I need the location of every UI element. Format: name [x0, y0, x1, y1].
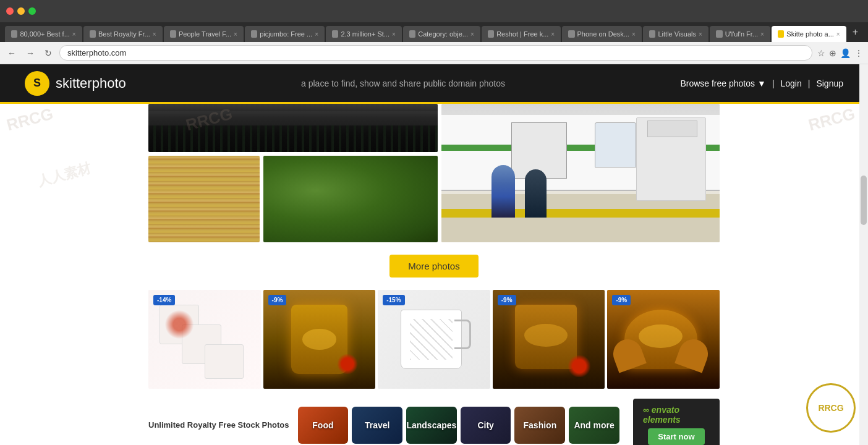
tab-close-10[interactable]: ×	[760, 31, 764, 38]
ad-item-4[interactable]: -9%	[493, 290, 605, 389]
tab-favicon-9	[649, 30, 656, 38]
category-travel[interactable]: Travel	[352, 407, 402, 444]
tab-close-5[interactable]: ×	[392, 31, 396, 38]
category-landscapes[interactable]: Landscapes	[406, 407, 457, 444]
fullscreen-button[interactable]	[28, 7, 36, 15]
photo-grass[interactable]	[263, 156, 438, 242]
tab-close-2[interactable]: ×	[153, 31, 156, 38]
discount-badge-4: -9%	[498, 295, 516, 305]
tab-8[interactable]: Phone on Desk... ×	[562, 26, 642, 42]
site-header: S skitterphoto a place to find, show and…	[0, 64, 868, 104]
ad-berry	[336, 354, 359, 374]
ad-item-2[interactable]: -9%	[263, 290, 376, 389]
tab-10[interactable]: U'l'ul'n Fr... ×	[710, 26, 770, 42]
nav-separator: |	[772, 78, 775, 88]
tab-1[interactable]: 80,000+ Best f... ×	[5, 26, 82, 42]
category-travel-label: Travel	[365, 420, 389, 430]
start-now-button[interactable]: Start now	[648, 428, 704, 445]
category-food[interactable]: Food	[298, 407, 349, 444]
category-city-label: City	[477, 420, 493, 430]
logo-circle: S	[25, 71, 49, 96]
photo-train-station[interactable]	[441, 104, 720, 242]
close-button[interactable]	[6, 7, 14, 15]
tab-label-11: Skitte photo a...	[786, 30, 833, 38]
signup-link[interactable]: Signup	[816, 78, 843, 88]
photo-dark-forest[interactable]	[148, 104, 438, 152]
tab-favicon-7	[488, 30, 494, 38]
ad-lotus-body	[624, 310, 697, 369]
tab-3[interactable]: People Travel F... ×	[164, 26, 244, 42]
browse-arrow-icon: ▼	[757, 78, 766, 88]
tab-11[interactable]: Skitte photo a... ×	[772, 26, 846, 42]
address-bar-icons: ☆ ⊕ 👤 ⋮	[817, 48, 863, 58]
ad-item-1[interactable]: -14%	[148, 290, 261, 389]
scrollbar[interactable]	[859, 64, 868, 445]
tab-close-8[interactable]: ×	[632, 31, 636, 38]
tab-label-10: U'l'ul'n Fr...	[725, 30, 758, 38]
tab-label-2: Best Royalty Fr...	[98, 30, 150, 38]
login-link[interactable]: Login	[781, 78, 802, 88]
tab-4[interactable]: picjumbo: Free ... ×	[245, 26, 325, 42]
tab-bar: 80,000+ Best f... × Best Royalty Fr... ×…	[0, 22, 868, 42]
account-icon[interactable]: 👤	[840, 48, 851, 58]
traffic-lights	[6, 7, 36, 15]
category-fashion[interactable]: Fashion	[514, 407, 565, 444]
category-more-label: And more	[574, 420, 614, 430]
ad-item-5[interactable]: -9%	[607, 290, 720, 389]
tab-close-9[interactable]: ×	[699, 31, 702, 38]
new-tab-button[interactable]: +	[848, 27, 863, 38]
main-content: RRCG RRCG RRCG 人人素材	[0, 104, 868, 445]
tab-label-1: 80,000+ Best f...	[20, 30, 69, 38]
category-landscapes-label: Landscapes	[406, 420, 456, 430]
tab-close-7[interactable]: ×	[551, 31, 555, 38]
envato-logo: ∞ envato elements	[643, 405, 710, 425]
scrollbar-thumb[interactable]	[861, 176, 867, 225]
refresh-button[interactable]: ↻	[42, 46, 54, 61]
url-input[interactable]: skitterphoto.com	[59, 45, 812, 61]
ad-item-3[interactable]: -15%	[378, 290, 490, 389]
unlimited-label: Unlimited Royalty Free Stock Photos	[148, 420, 289, 430]
envato-ad: ∞ envato elements Start now	[633, 399, 720, 445]
discount-badge-2: -9%	[268, 295, 287, 305]
tab-label-3: People Travel F...	[179, 30, 231, 38]
star-icon[interactable]: ☆	[817, 48, 825, 58]
tab-label-5: 2.3 million+ St...	[341, 30, 389, 38]
tab-6[interactable]: Category: obje... ×	[403, 26, 480, 42]
tab-favicon-10	[716, 30, 723, 38]
category-more[interactable]: And more	[569, 407, 619, 444]
more-photos-button[interactable]: More photos	[389, 255, 478, 278]
tab-9[interactable]: Little Visuals ×	[643, 26, 708, 42]
tab-label-6: Category: obje...	[418, 30, 468, 38]
category-city[interactable]: City	[461, 407, 511, 444]
logo-container[interactable]: S skitterphoto	[25, 71, 126, 96]
ad-berry-2	[567, 355, 592, 377]
extensions-icon[interactable]: ⊕	[829, 48, 836, 58]
tab-favicon-8	[568, 30, 574, 38]
tab-close-3[interactable]: ×	[234, 31, 237, 38]
photo-bamboo[interactable]	[148, 156, 260, 242]
ad-mug-handle	[454, 320, 471, 349]
tab-close-6[interactable]: ×	[470, 31, 474, 38]
tab-5[interactable]: 2.3 million+ St... ×	[326, 26, 402, 42]
tab-close-4[interactable]: ×	[315, 31, 318, 38]
back-button[interactable]: ←	[5, 46, 19, 61]
ad-floral-card-3	[205, 344, 244, 379]
ad-lotus-glow	[639, 324, 683, 348]
minimize-button[interactable]	[17, 7, 25, 15]
tab-close-11[interactable]: ×	[836, 31, 840, 38]
tab-favicon-4	[251, 30, 257, 38]
tab-label-7: Reshot | Free k...	[496, 30, 548, 38]
tab-favicon-1	[11, 30, 17, 38]
category-food-label: Food	[312, 420, 333, 430]
discount-badge-3: -15%	[383, 295, 404, 305]
tab-favicon-5	[332, 30, 338, 38]
browse-button[interactable]: Browse free photos ▼	[680, 78, 765, 88]
browse-label: Browse free photos	[680, 78, 755, 88]
tab-2[interactable]: Best Royalty Fr... ×	[83, 26, 163, 42]
forward-button[interactable]: →	[23, 46, 37, 61]
menu-icon[interactable]: ⋮	[854, 48, 863, 58]
tab-favicon-11	[778, 30, 784, 38]
tab-7[interactable]: Reshot | Free k... ×	[482, 26, 561, 42]
header-nav: Browse free photos ▼ | Login | Signup	[680, 78, 843, 88]
tab-close-1[interactable]: ×	[72, 31, 76, 38]
